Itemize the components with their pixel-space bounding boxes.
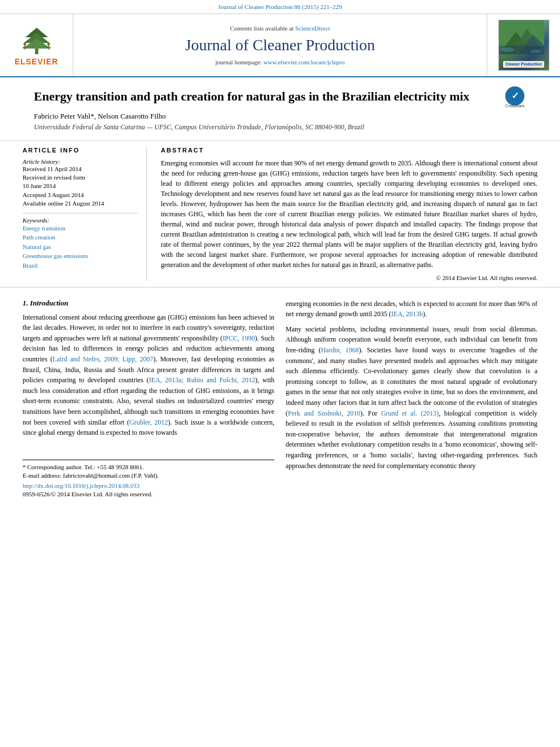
article-info-column: ARTICLE INFO Article history: Received 1…	[23, 147, 147, 281]
intro-title: Introduction	[30, 299, 68, 307]
homepage-line: journal homepage: www.elsevier.com/locat…	[216, 59, 345, 65]
journal-title: Journal of Cleaner Production	[185, 36, 375, 54]
journal-header: ELSEVIER Contents lists available at Sci…	[0, 14, 560, 77]
svg-point-17	[501, 47, 514, 52]
journal-citation: Journal of Cleaner Production 86 (2015) …	[218, 3, 342, 10]
received-date: Received 11 April 2014	[23, 165, 138, 173]
intro-paragraph-1: International consent about reducing gre…	[23, 312, 274, 438]
page-wrapper: Journal of Cleaner Production 86 (2015) …	[0, 0, 560, 509]
ref-laird-2009[interactable]: Laird and Stefes, 2009; Lipp, 2007	[53, 355, 153, 363]
keyword-2: Path creation	[23, 233, 138, 242]
article-info-abstract-section: ARTICLE INFO Article history: Received 1…	[0, 141, 560, 287]
ref-hardin-1968[interactable]: Hardin, 1968	[321, 346, 358, 354]
article-title-section: Energy transition and path creation for …	[0, 77, 560, 141]
abstract-column: ABSTRACT Emerging economies will account…	[158, 147, 537, 281]
email-note: E-mail address: fabriciovahl@hotmail.com…	[23, 472, 274, 479]
received-revised-label: Received in revised form	[23, 173, 138, 182]
doi-link[interactable]: http://dx.doi.org/10.1016/j.jclepro.2014…	[23, 482, 274, 489]
body-section: 1. Introduction International consent ab…	[0, 287, 560, 509]
abstract-text: Emerging economies will account for more…	[161, 158, 537, 270]
contents-text: Contents lists available at	[230, 25, 295, 32]
keyword-3: Natural gas	[23, 242, 138, 252]
intro-paragraph-3: Many societal problems, including enviro…	[286, 324, 537, 471]
svg-point-8	[47, 42, 50, 45]
corresponding-author-note: * Corresponding author. Tel.: +55 48 992…	[23, 464, 274, 470]
keyword-1: Energy transition	[23, 224, 138, 233]
article-history-group: Article history: Received 11 April 2014 …	[23, 158, 138, 208]
homepage-text: journal homepage:	[216, 59, 264, 65]
copyright-text: © 2014 Elsevier Ltd. All rights reserved…	[161, 274, 537, 281]
elsevier-logo-section: ELSEVIER	[0, 14, 73, 76]
crossmark-badge[interactable]: ✓ CrossMark	[504, 86, 526, 108]
cover-nature-svg	[499, 20, 544, 54]
body-left-column: 1. Introduction International consent ab…	[23, 299, 274, 497]
article-authors: Fabrício Peter Vahl*, Nelson Casarotto F…	[34, 112, 495, 121]
abstract-heading: ABSTRACT	[161, 147, 537, 154]
crossmark-icon: ✓ CrossMark	[504, 86, 526, 111]
article-affiliation: Universidade Federal de Santa Catarina —…	[34, 123, 495, 132]
elsevier-logo: ELSEVIER	[15, 25, 58, 66]
issn-text: 0959-6526/© 2014 Elsevier Ltd. All right…	[23, 491, 274, 497]
cover-title: Cleaner Production	[503, 61, 544, 68]
intro-paragraph-2: emerging economies in the next decades, …	[286, 299, 537, 320]
article-info-heading: ARTICLE INFO	[23, 147, 138, 154]
ref-iea-2013a[interactable]: IEA, 2013a; Rubio and Folchi, 2012	[149, 376, 255, 384]
journal-cover-image: Cleaner Production	[498, 20, 549, 71]
elsevier-wordmark: ELSEVIER	[15, 57, 58, 66]
email-label: E-mail address: fabriciovahl@hotmail.com…	[23, 472, 159, 479]
ref-iea-2013b[interactable]: IEA, 2013b	[391, 310, 423, 318]
received-revised-date: 10 June 2014	[23, 182, 138, 190]
journal-cover-section: Cleaner Production	[487, 14, 560, 76]
journal-info-center: Contents lists available at ScienceDirec…	[73, 14, 487, 76]
svg-point-4	[23, 42, 26, 45]
svg-marker-3	[23, 38, 51, 49]
homepage-link[interactable]: www.elsevier.com/locate/jclepro	[263, 59, 344, 65]
elsevier-tree-icon	[17, 25, 56, 56]
keyword-4: Greenhouse gas emissions	[23, 251, 138, 261]
svg-text:✓: ✓	[511, 91, 519, 101]
available-online: Available online 21 August 2014	[23, 199, 138, 208]
history-label: Article history:	[23, 158, 138, 165]
journal-banner: Journal of Cleaner Production 86 (2015) …	[0, 0, 560, 14]
sciencedirect-link[interactable]: ScienceDirect	[295, 25, 330, 32]
ref-perk-2010[interactable]: Perk and Szolnoki, 2010	[288, 409, 360, 417]
keywords-label: Keywords:	[23, 217, 138, 224]
ref-grund-2013[interactable]: Grund et al. (2013)	[381, 409, 439, 417]
ref-grubler-2012[interactable]: Grubler, 2012	[129, 418, 168, 426]
body-right-column: emerging economies in the next decades, …	[286, 299, 537, 497]
contents-available-line: Contents lists available at ScienceDirec…	[230, 25, 330, 32]
intro-section-title: 1. Introduction	[23, 299, 274, 308]
info-divider	[23, 213, 138, 213]
ref-ipcc-1990[interactable]: IPCC, 1990	[222, 334, 255, 342]
svg-point-18	[530, 50, 541, 53]
keywords-group: Keywords: Energy transition Path creatio…	[23, 217, 138, 270]
keyword-5: Brazil	[23, 261, 138, 270]
article-title: Energy transition and path creation for …	[34, 89, 495, 105]
accepted-date: Accepted 3 August 2014	[23, 191, 138, 199]
authors-text: Fabrício Peter Vahl*, Nelson Casarotto F…	[34, 112, 166, 120]
intro-number: 1.	[23, 299, 28, 307]
svg-text:CrossMark: CrossMark	[505, 104, 524, 108]
